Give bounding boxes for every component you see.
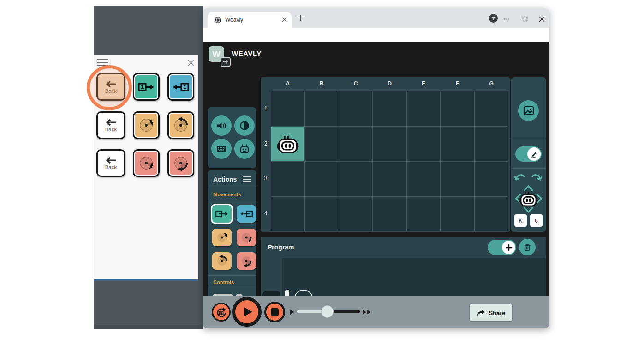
logo-arrow-icon (221, 57, 231, 67)
column-header: G (474, 80, 508, 87)
theme-button[interactable] (234, 115, 255, 136)
undo-icon[interactable] (514, 173, 526, 181)
character-button[interactable] (234, 139, 255, 159)
back-button[interactable]: Back (96, 149, 125, 177)
maximize-button[interactable] (519, 15, 531, 23)
backward-1-block[interactable] (167, 73, 194, 101)
turn-right-90-icon (172, 154, 190, 172)
audio-button[interactable] (211, 115, 232, 136)
plus-icon (505, 243, 513, 252)
turn-left-90-block[interactable] (212, 252, 232, 270)
weavly-app: W WEAVLY (203, 42, 549, 296)
movements-label: Movements (208, 188, 256, 200)
row-header: 3 (262, 161, 270, 196)
speed-slow-icon[interactable] (290, 310, 294, 315)
speaker-icon (216, 120, 227, 131)
scene-options-panel: K 6 (511, 77, 546, 232)
new-tab-icon[interactable] (297, 14, 304, 22)
tab-close-icon[interactable] (282, 17, 287, 22)
actions-panel: Actions Movements (208, 170, 256, 296)
key-button-left[interactable]: K (514, 214, 527, 227)
turn-left-45-block[interactable] (133, 111, 160, 139)
robot-face-icon (239, 143, 250, 155)
close-icon[interactable] (188, 60, 194, 66)
backward-block[interactable] (237, 205, 256, 223)
extension-icon[interactable] (489, 14, 498, 23)
turn-left-90-icon (172, 116, 190, 134)
turn-right-90-block[interactable] (167, 149, 194, 177)
forward-icon (215, 208, 229, 219)
pen-toggle[interactable] (515, 146, 542, 162)
stop-button[interactable] (264, 302, 285, 322)
speed-fast-icon[interactable] (363, 310, 370, 315)
minimize-button[interactable] (500, 15, 513, 23)
column-header: D (373, 80, 407, 87)
browser-tab[interactable]: Weavly (208, 12, 292, 28)
column-header: F (441, 80, 475, 87)
scene-grid: A B C D E F G 1 2 3 4 (261, 77, 510, 232)
grid-cell (271, 91, 304, 126)
program-body (261, 258, 546, 296)
grid-cell (475, 127, 508, 161)
controls-label: Controls (208, 276, 256, 288)
forward-1-block[interactable] (133, 73, 160, 101)
add-action-toggle[interactable] (488, 240, 516, 255)
forward-block[interactable] (212, 205, 232, 223)
share-label: Share (489, 310, 505, 316)
actions-title: Actions (213, 176, 237, 183)
close-window-button[interactable] (535, 15, 548, 23)
turn-right-90-block[interactable] (237, 252, 256, 270)
share-button[interactable]: Share (470, 304, 512, 321)
shortcut-row-3: Back (94, 149, 198, 178)
chevron-down-icon[interactable] (523, 206, 534, 213)
row-headers: 1 2 3 4 (262, 91, 270, 231)
delete-all-button[interactable] (519, 239, 536, 255)
grid-cell (407, 197, 440, 231)
grid-cell (407, 127, 440, 161)
speed-slider-thumb[interactable] (321, 305, 334, 318)
keyboard-shortcuts-button[interactable] (211, 139, 232, 159)
back-button[interactable]: Back (96, 111, 125, 139)
grid-cell-character (271, 127, 304, 161)
grid-cells (271, 91, 508, 231)
column-header: E (406, 80, 441, 87)
program-start-handle[interactable] (285, 290, 289, 296)
grid-cell (339, 162, 372, 196)
column-header: B (305, 80, 339, 87)
turn-left-45-block[interactable] (212, 229, 232, 246)
logo-monogram: W (212, 49, 221, 59)
grid-cell (373, 162, 406, 196)
grid-cell (441, 197, 474, 231)
key-button-right[interactable]: 6 (530, 214, 543, 227)
arrow-left-icon (105, 157, 117, 164)
character-column (261, 258, 282, 296)
annotation-highlight-circle (87, 65, 132, 110)
replay-button[interactable] (212, 303, 231, 322)
shortcut-row-2: Back (94, 111, 198, 140)
share-icon (476, 309, 485, 317)
globe-favicon (214, 16, 221, 24)
row-header: 1 (262, 91, 270, 126)
image-icon (523, 106, 534, 116)
play-button[interactable] (232, 297, 262, 327)
turn-right-45-block[interactable] (133, 149, 160, 177)
grid-cell (271, 162, 304, 196)
add-step-button[interactable] (294, 290, 313, 296)
grid-cell (475, 162, 508, 196)
forward-1-icon (137, 80, 155, 94)
grid-cell (339, 197, 372, 231)
column-header: C (339, 80, 373, 87)
program-header: Program (261, 237, 546, 258)
background-image-button[interactable] (518, 100, 539, 121)
turn-left-90-block[interactable] (167, 111, 194, 139)
grid-cell (407, 162, 440, 196)
row-header: 4 (262, 196, 270, 231)
redo-icon[interactable] (530, 173, 542, 181)
grid-cell (475, 91, 508, 126)
turn-right-90-icon (239, 254, 253, 268)
turn-right-45-block[interactable] (237, 229, 256, 246)
grid-cell (441, 127, 474, 161)
actions-menu-icon[interactable] (243, 175, 251, 184)
program-character-button[interactable] (262, 291, 280, 296)
grid-cell (373, 91, 406, 126)
